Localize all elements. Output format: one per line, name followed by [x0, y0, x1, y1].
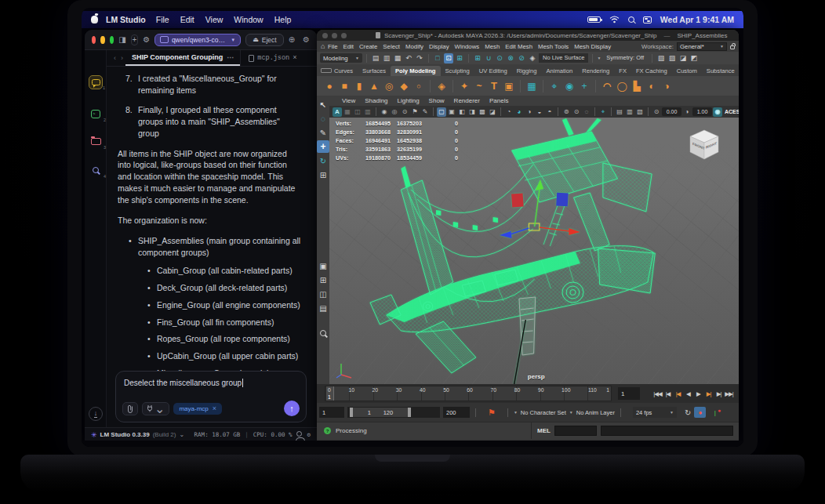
app-version[interactable]: LM Studio 0.3.39 [100, 431, 150, 438]
shelf-tab-surfaces[interactable]: Surfaces [358, 66, 391, 76]
panel-menu-view[interactable]: View [342, 97, 355, 104]
construction-plane-icon[interactable] [548, 79, 561, 92]
remesh-icon[interactable] [525, 79, 538, 92]
panel-menu-renderer[interactable]: Renderer [454, 97, 480, 104]
soft-select-falloff-icon[interactable] [563, 79, 576, 92]
occlusion-icon[interactable] [488, 107, 497, 117]
panel-menu-shading[interactable]: Shading [365, 97, 387, 104]
panel-menu-lighting[interactable]: Lighting [398, 97, 420, 104]
resolution-gate-icon[interactable] [635, 107, 645, 117]
platonic-solid-icon[interactable] [435, 79, 448, 92]
apple-menu-icon[interactable] [91, 16, 98, 24]
xray-joints-icon[interactable] [514, 107, 524, 117]
textured-mode-icon[interactable] [457, 107, 467, 117]
play-forwards-button[interactable]: ▶ [693, 387, 703, 400]
type-tool-icon[interactable] [488, 79, 500, 92]
boolean-union-icon[interactable] [645, 79, 658, 92]
version-chevron-icon[interactable] [179, 431, 184, 438]
layer-overrides-icon[interactable] [615, 107, 624, 117]
exposure-icon[interactable] [652, 107, 661, 117]
render-settings-icon[interactable] [678, 53, 688, 63]
snap-to-grid-icon[interactable] [473, 53, 482, 63]
wireframe-mode-icon[interactable] [437, 107, 446, 117]
auto-keyframe-icon[interactable]: ● [694, 407, 706, 418]
maya-menu-mesh[interactable]: Mesh [485, 43, 500, 50]
control-center-icon[interactable] [643, 16, 652, 24]
sidebar-item-developer[interactable]: > 2 [89, 107, 103, 121]
status-icon[interactable] [289, 35, 295, 44]
snap-to-curve-icon[interactable] [484, 53, 493, 63]
shelf-tab-sculpting[interactable]: Sculpting [441, 66, 474, 76]
grid-toggle-icon[interactable] [625, 107, 634, 117]
chat-input-text[interactable]: Deselect the miscellaneous group [116, 372, 306, 387]
current-frame-field[interactable]: 1 [618, 387, 640, 400]
sweep-mesh-icon[interactable] [458, 79, 471, 92]
lock-icon[interactable] [730, 45, 735, 49]
chat-input[interactable]: Deselect the miscellaneous group [115, 371, 307, 422]
save-scene-icon[interactable] [393, 53, 402, 63]
close-button[interactable] [92, 36, 96, 44]
grease-pencil-icon[interactable] [363, 107, 373, 117]
playback-loop-icon[interactable]: ↻ [685, 408, 691, 417]
menubar-clock[interactable]: Wed Apr 1 9:41 AM [660, 15, 734, 24]
poly-cube-icon[interactable] [338, 79, 351, 92]
animation-start-field[interactable]: 1 [319, 407, 344, 418]
maya-menu-display[interactable]: Display [429, 43, 449, 50]
dev-settings-icon[interactable] [303, 35, 310, 44]
shelf-tab-uv-editing[interactable]: UV Editing [474, 66, 512, 76]
menubar-item-window[interactable]: Window [234, 15, 263, 24]
maya-menu-edit-mesh[interactable]: Edit Mesh [505, 43, 532, 50]
maya-menu-edit[interactable]: Edit [343, 43, 354, 50]
bookmark-icon[interactable] [410, 107, 420, 117]
2d-pan-zoom-icon[interactable] [353, 107, 362, 117]
maya-menu-file[interactable]: File [328, 43, 338, 50]
view-transform-icon[interactable] [713, 107, 722, 117]
default-lighting-icon[interactable] [562, 107, 571, 117]
four-pane-layout[interactable] [317, 274, 329, 286]
isolate-select-icon[interactable] [598, 107, 608, 117]
menubar-app-name[interactable]: LM Studio [106, 15, 146, 24]
set-key-icon[interactable]: ⚑ [488, 408, 496, 418]
lasso-tool[interactable] [317, 112, 329, 125]
dropdown-arrow-icon[interactable]: ▼ [597, 56, 601, 60]
render-icon[interactable] [656, 53, 666, 63]
go-to-end-button[interactable]: ▶▶| [724, 387, 734, 400]
circularize-icon[interactable] [601, 79, 613, 92]
live-surface-field[interactable]: No Live Surface [539, 53, 588, 63]
track-selection-icon[interactable] [333, 107, 342, 117]
select-object-icon[interactable] [444, 53, 453, 63]
sidebar-item-chat[interactable]: 1 [89, 75, 103, 89]
select-camera-icon[interactable] [380, 107, 389, 117]
menubar-item-view[interactable]: View [205, 15, 224, 24]
menubar-item-help[interactable]: Help [274, 15, 292, 24]
eject-model-button[interactable]: Eject [245, 34, 283, 46]
maya-menu-select[interactable]: Select [383, 43, 400, 50]
poly-torus-icon[interactable] [383, 79, 395, 92]
go-to-start-button[interactable]: |◀◀ [652, 387, 663, 400]
use-all-lights-icon[interactable] [467, 107, 477, 117]
paint-select-tool[interactable] [317, 126, 329, 139]
shelf-tab-rendering[interactable]: Rendering [577, 66, 614, 76]
maya-menu-modify[interactable]: Modify [405, 43, 423, 50]
shelf-tab-fx[interactable]: FX [614, 66, 631, 76]
menuset-selector[interactable]: Modeling ▼ [320, 53, 362, 63]
close-button[interactable] [322, 33, 328, 38]
gamma-icon[interactable] [682, 107, 692, 117]
wifi-icon[interactable] [609, 16, 620, 24]
mcp-chip[interactable]: maya-mcp [173, 403, 222, 415]
script-status-icon[interactable]: ? [324, 427, 331, 434]
pencil-icon[interactable] [420, 107, 430, 117]
poly-sphere-icon[interactable] [323, 79, 336, 92]
lock-camera-icon[interactable] [390, 107, 399, 117]
shelf-tab-animation[interactable]: Animation [541, 66, 577, 76]
maya-menu-mesh-tools[interactable]: Mesh Tools [538, 43, 569, 50]
scale-tool[interactable] [317, 169, 329, 181]
attach-button[interactable] [122, 402, 138, 415]
select-hierarchy-icon[interactable] [433, 53, 442, 63]
outliner-layout[interactable] [317, 302, 329, 314]
snap-to-point-icon[interactable] [495, 53, 504, 63]
gamma-field[interactable]: 1.00 [692, 107, 712, 116]
range-slider[interactable]: 1 120 [347, 407, 440, 418]
shelf-tab-curves[interactable]: Curves [329, 66, 358, 76]
no-lights-icon[interactable] [582, 107, 591, 117]
